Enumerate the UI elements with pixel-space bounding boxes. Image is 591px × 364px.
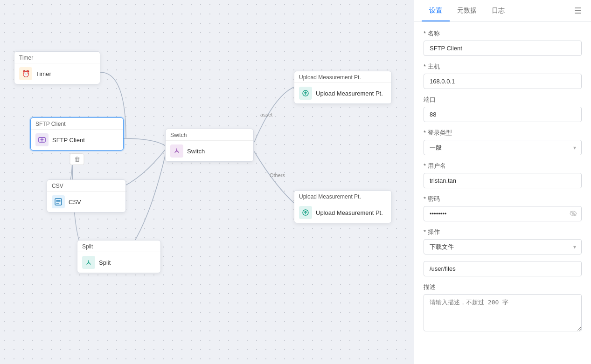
node-timer-icon: ⏰ — [19, 67, 32, 80]
field-login-type-select[interactable]: 一般 密钥 — [424, 140, 582, 155]
node-upload2-icon — [299, 206, 312, 219]
field-path-input[interactable] — [424, 261, 582, 276]
field-desc-label: 描述 — [424, 283, 582, 291]
node-upload2-label: Upload Measurement Pt. — [316, 209, 383, 216]
edge-label-others: Others — [270, 172, 285, 178]
node-csv-icon — [52, 195, 65, 208]
canvas[interactable]: asset Others Timer ⏰ Timer SFTP Client S… — [0, 0, 414, 364]
right-panel: 设置 元数据 日志 ☰ * 名称 * 主机 端口 * 登录类型 一般 密钥 — [414, 0, 591, 364]
field-action-label: * 操作 — [424, 228, 582, 236]
field-port-input[interactable] — [424, 107, 582, 122]
node-delete-button[interactable]: 🗑 — [70, 153, 84, 165]
password-wrap — [424, 206, 582, 221]
node-upload1-icon — [299, 87, 312, 100]
node-timer[interactable]: Timer ⏰ Timer — [14, 51, 100, 84]
node-sftp-title: SFTP Client — [31, 118, 123, 130]
field-login-type: * 登录类型 一般 密钥 ▾ — [424, 129, 582, 155]
panel-tabs: 设置 元数据 日志 ☰ — [414, 0, 591, 22]
field-action-select[interactable]: 下载文件 上传文件 — [424, 239, 582, 254]
field-password-label: * 密码 — [424, 195, 582, 203]
node-split[interactable]: Split Split — [77, 240, 161, 273]
node-split-icon — [82, 256, 95, 269]
field-port-label: 端口 — [424, 96, 582, 104]
node-switch-label: Switch — [187, 148, 205, 155]
field-action-wrap: 下载文件 上传文件 ▾ — [424, 239, 582, 254]
field-login-type-wrap: 一般 密钥 ▾ — [424, 140, 582, 155]
field-host: * 主机 — [424, 62, 582, 89]
node-sftp[interactable]: SFTP Client SFTP Client 🗑 — [30, 117, 124, 151]
node-split-title: Split — [77, 240, 160, 252]
field-desc-textarea[interactable] — [424, 294, 582, 331]
field-name-label: * 名称 — [424, 29, 582, 38]
field-login-type-label: * 登录类型 — [424, 129, 582, 137]
field-name-input[interactable] — [424, 41, 582, 56]
node-sftp-label: SFTP Client — [52, 137, 85, 144]
node-switch[interactable]: Switch Switch — [165, 129, 254, 162]
node-csv-title: CSV — [47, 180, 125, 192]
tab-log[interactable]: 日志 — [484, 0, 512, 21]
node-sftp-icon — [35, 133, 49, 146]
node-csv-label: CSV — [69, 199, 81, 206]
field-host-input[interactable] — [424, 74, 582, 89]
field-path — [424, 261, 582, 276]
node-upload1[interactable]: Upload Measurement Pt. Upload Measuremen… — [294, 71, 392, 104]
field-action: * 操作 下载文件 上传文件 ▾ — [424, 228, 582, 254]
node-switch-title: Switch — [166, 129, 253, 141]
field-name: * 名称 — [424, 29, 582, 56]
field-password-input[interactable] — [424, 206, 582, 221]
field-port: 端口 — [424, 96, 582, 122]
field-username-input[interactable] — [424, 173, 582, 188]
field-username-label: * 用户名 — [424, 162, 582, 170]
node-switch-icon — [170, 144, 183, 158]
node-upload1-title: Upload Measurement Pt. — [294, 71, 391, 83]
tab-metadata[interactable]: 元数据 — [450, 0, 484, 21]
field-password: * 密码 — [424, 195, 582, 221]
field-desc: 描述 — [424, 283, 582, 331]
menu-icon[interactable]: ☰ — [572, 2, 584, 20]
node-timer-title: Timer — [14, 52, 100, 63]
node-csv[interactable]: CSV CSV — [47, 179, 126, 213]
node-split-label: Split — [99, 259, 111, 266]
node-upload2-title: Upload Measurement Pt. — [294, 191, 391, 202]
panel-form: * 名称 * 主机 端口 * 登录类型 一般 密钥 ▾ * 用 — [414, 22, 591, 339]
tab-settings[interactable]: 设置 — [422, 0, 450, 21]
eye-icon[interactable] — [570, 210, 577, 218]
field-host-label: * 主机 — [424, 62, 582, 71]
edge-label-asset: asset — [260, 112, 272, 117]
node-upload2[interactable]: Upload Measurement Pt. Upload Measuremen… — [294, 190, 392, 223]
node-upload1-label: Upload Measurement Pt. — [316, 90, 383, 97]
field-username: * 用户名 — [424, 162, 582, 188]
node-timer-label: Timer — [36, 70, 51, 77]
